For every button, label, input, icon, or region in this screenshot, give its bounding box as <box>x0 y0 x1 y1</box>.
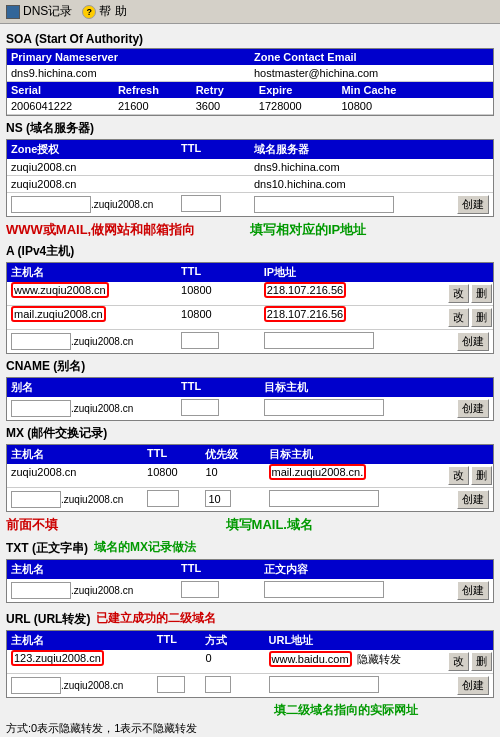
soa-table: Primary Nameserver Zone Contact Email dn… <box>6 48 494 116</box>
soa-refresh: 21600 <box>114 98 192 114</box>
a-delete2-button[interactable]: 删 <box>471 308 492 327</box>
mx-delete1-button[interactable]: 删 <box>471 466 492 485</box>
a-host-suffix: .zuqiu2008.cn <box>71 336 133 347</box>
a-create-button[interactable]: 创建 <box>457 332 489 351</box>
mx-annotation: 前面不填 填写MAIL.域名 <box>6 516 494 534</box>
ns-zone-input[interactable] <box>11 196 91 213</box>
a-host2: mail.zuqiu2008.cn <box>7 306 177 329</box>
a-row1: www.zuqiu2008.cn 10800 218.107.216.56 改 … <box>7 282 493 306</box>
mx-create-button[interactable]: 创建 <box>457 490 489 509</box>
ns-annotation-right: 填写相对应的IP地址 <box>250 221 494 239</box>
ns-ttl-input-cell <box>177 193 250 216</box>
mx-create-cell: 创建 <box>444 488 493 511</box>
a-h-ttl: TTL <box>177 263 245 282</box>
ns-server-input[interactable] <box>254 196 394 213</box>
txt-create-cell: 创建 <box>444 579 493 602</box>
cname-create-cell: 创建 <box>444 397 493 420</box>
url-modify1-button[interactable]: 改 <box>448 652 469 671</box>
mx-target-input[interactable] <box>269 490 379 507</box>
url-host-input[interactable] <box>11 677 61 694</box>
url-ttl-input[interactable] <box>157 676 185 693</box>
soa-data1: dns9.hichina.com hostmaster@hichina.com <box>7 65 493 82</box>
soa-header1: Primary Nameserver Zone Contact Email <box>7 49 493 65</box>
txt-h-ttl: TTL <box>177 560 245 579</box>
a-delete1-button[interactable]: 删 <box>471 284 492 303</box>
mx-priority-input[interactable] <box>205 490 231 507</box>
a-ttl1: 10800 <box>177 282 245 305</box>
mx-space1 <box>250 464 265 487</box>
url-h-hostname: 主机名 <box>7 631 153 650</box>
url-addr-input[interactable] <box>269 676 379 693</box>
url-method-input[interactable] <box>205 676 231 693</box>
soa-h2-refresh: Refresh <box>114 82 192 98</box>
txt-title-row: TXT (正文字串) 域名的MX记录做法 <box>6 536 494 559</box>
url-header: 主机名 TTL 方式 URL地址 <box>7 631 493 650</box>
soa-mincache: 10800 <box>337 98 493 114</box>
url-addr1-text: www.baidu.com <box>269 651 352 667</box>
soa-data2: 2006041222 21600 3600 1728000 10800 <box>7 98 493 115</box>
cname-space <box>245 397 260 420</box>
url-ttl-input-cell <box>153 674 202 697</box>
txt-content-input[interactable] <box>264 581 384 598</box>
a-modify2-button[interactable]: 改 <box>448 308 469 327</box>
cname-create-button[interactable]: 创建 <box>457 399 489 418</box>
mx-ann-left-text: 前面不填 <box>6 517 58 532</box>
mx-modify1-button[interactable]: 改 <box>448 466 469 485</box>
url-h-urladdr: URL地址 <box>265 631 493 650</box>
mx-host-suffix: .zuqiu2008.cn <box>61 494 123 505</box>
help-label: 帮 助 <box>99 3 126 20</box>
mx-row1: zuqiu2008.cn 10800 10 mail.zuqiu2008.cn.… <box>7 464 493 488</box>
ns-annotation-left: WWW或MAIL,做网站和邮箱指向 <box>6 221 250 239</box>
a-action1: 改 删 <box>444 282 493 305</box>
url-title-row: URL (URL转发) 已建立成功的二级域名 <box>6 607 494 630</box>
a-host-input-cell: .zuqiu2008.cn <box>7 330 177 353</box>
cname-h-alias: 别名 <box>7 378 177 397</box>
a-table: 主机名 TTL IP地址 www.zuqiu2008.cn 10800 218.… <box>6 262 494 354</box>
ns-input-row: .zuqiu2008.cn 创建 <box>7 193 493 216</box>
cname-ttl-input[interactable] <box>181 399 219 416</box>
a-ip1-text: 218.107.216.56 <box>264 282 346 298</box>
help-title-item[interactable]: ? 帮 助 <box>82 3 126 20</box>
ns-server-input-cell <box>250 193 444 216</box>
mx-ttl-input[interactable] <box>147 490 179 507</box>
cname-alias-input[interactable] <box>11 400 71 417</box>
dns-title-item: DNS记录 <box>6 3 72 20</box>
a-modify1-button[interactable]: 改 <box>448 284 469 303</box>
a-h-ip: IP地址 <box>260 263 445 282</box>
url-method1-label: 隐藏转发 <box>357 653 401 665</box>
mx-host1: zuqiu2008.cn <box>7 464 143 487</box>
ns-create-button[interactable]: 创建 <box>457 195 489 214</box>
cname-alias-suffix: .zuqiu2008.cn <box>71 403 133 414</box>
txt-host-input[interactable] <box>11 582 71 599</box>
mx-header: 主机名 TTL 优先级 目标主机 <box>7 445 493 464</box>
url-urladdr1: www.baidu.com 隐藏转发 <box>265 650 445 673</box>
a-ip1: 218.107.216.56 <box>260 282 445 305</box>
ns-ttl-input[interactable] <box>181 195 221 212</box>
a-create-cell: 创建 <box>444 330 493 353</box>
soa-h1-zone: Zone Contact Email <box>250 49 493 65</box>
a-space1 <box>245 282 260 305</box>
ns-server1: dns9.hichina.com <box>250 159 493 175</box>
txt-ttl-input[interactable] <box>181 581 219 598</box>
cname-h-target: 目标主机 <box>260 378 493 397</box>
txt-ttl-input-cell <box>177 579 245 602</box>
a-ip2: 218.107.216.56 <box>260 306 445 329</box>
txt-create-button[interactable]: 创建 <box>457 581 489 600</box>
txt-h-content: 正文内容 <box>260 560 493 579</box>
cname-target-input[interactable] <box>264 399 384 416</box>
mx-host-input[interactable] <box>11 491 61 508</box>
txt-h-space <box>245 560 260 579</box>
a-host-input[interactable] <box>11 333 71 350</box>
url-input-row: .zuqiu2008.cn 创建 <box>7 674 493 697</box>
ns-zone1: zuqiu2008.cn <box>7 159 177 175</box>
url-ann-left <box>6 702 274 719</box>
url-footer-note: 方式:0表示隐藏转发，1表示不隐藏转发 <box>6 721 494 736</box>
url-host1-text: 123.zuqiu2008.cn <box>11 650 104 666</box>
ns-h-server: 域名服务器 <box>250 140 493 159</box>
url-create-button[interactable]: 创建 <box>457 676 489 695</box>
url-delete1-button[interactable]: 删 <box>471 652 492 671</box>
a-ttl-input[interactable] <box>181 332 219 349</box>
ns-h-zone: Zone授权 <box>7 140 177 159</box>
a-ip-input[interactable] <box>264 332 374 349</box>
soa-serial: 2006041222 <box>7 98 114 114</box>
